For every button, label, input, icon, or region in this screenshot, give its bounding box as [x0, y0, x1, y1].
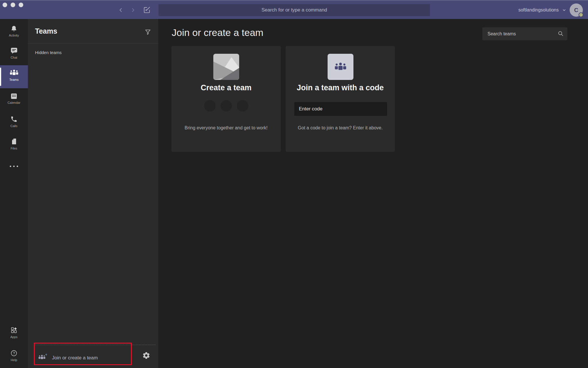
chevron-down-icon[interactable]: [562, 8, 566, 12]
sidebar-item-label: Teams: [9, 78, 18, 81]
filter-button[interactable]: [144, 29, 151, 37]
avatar-placeholder: [204, 100, 216, 112]
window-maximize-button[interactable]: [19, 3, 23, 7]
enter-code-input[interactable]: [294, 102, 387, 116]
avatar-initial: C: [574, 7, 578, 14]
panel-title: Teams: [35, 27, 57, 35]
sidebar-item-label: Files: [11, 147, 17, 150]
sidebar-item-apps[interactable]: Apps: [0, 327, 28, 339]
hidden-teams-link[interactable]: Hidden teams: [35, 50, 62, 55]
app-rail: Activity Chat Teams Calendar: [0, 19, 28, 368]
sidebar-item-help[interactable]: ? Help: [0, 350, 28, 362]
svg-text:?: ?: [13, 351, 15, 355]
org-switcher[interactable]: softlandingsolutions: [518, 7, 559, 13]
avatar-placeholder: [220, 100, 232, 112]
join-or-create-label: Join or create a team: [52, 355, 98, 361]
apps-icon: [10, 327, 18, 334]
sidebar-item-calendar[interactable]: Calendar: [0, 93, 28, 104]
search-teams-input[interactable]: [482, 27, 567, 40]
sidebar-item-label: Apps: [10, 335, 18, 339]
main-content: Join or create a team Create a team: [158, 19, 588, 368]
window-close-button[interactable]: [3, 3, 7, 7]
panel-header: Teams: [28, 19, 158, 44]
avatar[interactable]: C: [570, 3, 583, 17]
teams-logo-tile: [328, 54, 353, 80]
forward-button[interactable]: [129, 6, 137, 14]
compose-icon: [143, 6, 151, 14]
sidebar-item-chat[interactable]: Chat: [0, 47, 28, 59]
new-chat-button[interactable]: [142, 5, 152, 14]
back-button[interactable]: [117, 6, 125, 14]
teams-list-panel: Teams Hidden teams + Join or create a te…: [28, 19, 158, 368]
sidebar-item-label: Calls: [10, 124, 17, 128]
sidebar-item-calls[interactable]: Calls: [0, 116, 28, 128]
avatar-placeholder: [237, 100, 248, 112]
create-team-caption: Bring everyone together and get to work!: [171, 125, 281, 131]
more-apps-button[interactable]: [0, 166, 28, 167]
add-team-icon: +: [38, 354, 46, 361]
teams-app-window: softlandingsolutions C Activity: [0, 0, 588, 368]
file-icon: [11, 138, 18, 145]
chat-icon: [10, 47, 18, 54]
panel-divider: [34, 345, 156, 345]
chevron-left-icon: [118, 7, 123, 13]
ellipsis-icon: [10, 166, 11, 167]
sidebar-item-files[interactable]: Files: [0, 138, 28, 150]
gear-icon: [142, 351, 150, 360]
manage-teams-button[interactable]: [142, 351, 150, 361]
avatar-placeholders: [171, 100, 281, 112]
teams-icon: [9, 69, 19, 76]
create-team-image: [213, 54, 239, 80]
sidebar-item-activity[interactable]: Activity: [0, 25, 28, 37]
join-code-caption: Got a code to join a team? Enter it abov…: [286, 125, 395, 131]
create-team-title: Create a team: [171, 83, 281, 92]
join-code-title: Join a team with a code: [286, 83, 395, 92]
sidebar-item-teams[interactable]: Teams: [0, 65, 28, 88]
help-icon: ?: [10, 350, 18, 357]
sidebar-item-label: Activity: [9, 34, 19, 37]
calendar-icon: [10, 93, 18, 99]
page-title: Join or create a team: [172, 27, 263, 38]
bell-icon: [10, 25, 18, 32]
sidebar-item-label: Calendar: [7, 101, 20, 104]
account-area: softlandingsolutions C: [518, 1, 583, 20]
top-bar: softlandingsolutions C: [0, 0, 588, 19]
teams-people-icon: [334, 62, 347, 72]
search-teams-box: [482, 27, 567, 40]
create-team-card[interactable]: Create a team Bring everyone together an…: [171, 46, 281, 152]
chevron-right-icon: [130, 7, 136, 13]
window-minimize-button[interactable]: [11, 3, 15, 7]
command-search-input[interactable]: [158, 4, 430, 16]
window-controls: [3, 3, 23, 7]
search-icon: [558, 30, 564, 38]
filter-icon: [144, 29, 151, 36]
sidebar-item-label: Chat: [11, 56, 17, 59]
status-away-badge: [579, 12, 583, 17]
join-or-create-team-button[interactable]: + Join or create a team: [28, 350, 134, 366]
sidebar-item-label: Help: [11, 358, 17, 362]
phone-icon: [10, 116, 18, 123]
join-with-code-card: Join a team with a code Got a code to jo…: [286, 46, 395, 152]
